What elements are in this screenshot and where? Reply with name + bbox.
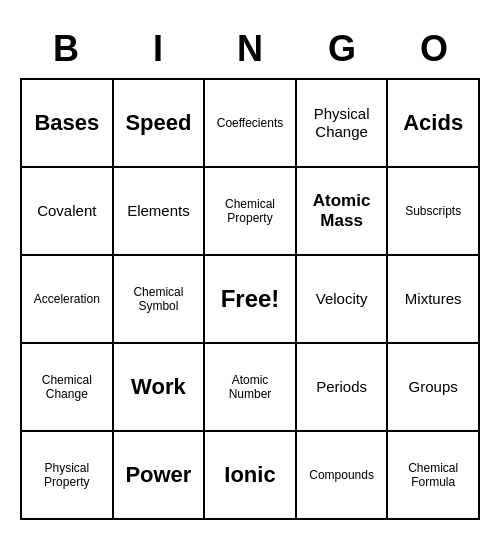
cell-text: Work bbox=[131, 374, 186, 400]
bingo-cell-23: Compounds bbox=[297, 432, 389, 520]
bingo-cell-3: Physical Change bbox=[297, 80, 389, 168]
cell-text: Covalent bbox=[37, 202, 96, 220]
bingo-cell-8: Atomic Mass bbox=[297, 168, 389, 256]
cell-text: Chemical Symbol bbox=[118, 285, 200, 314]
bingo-header: BINGO bbox=[20, 24, 480, 74]
cell-text: Bases bbox=[34, 110, 99, 136]
cell-text: Chemical Property bbox=[209, 197, 291, 226]
bingo-cell-15: Chemical Change bbox=[22, 344, 114, 432]
cell-text: Ionic bbox=[224, 462, 275, 488]
cell-text: Subscripts bbox=[405, 204, 461, 218]
bingo-cell-4: Acids bbox=[388, 80, 480, 168]
cell-text: Speed bbox=[125, 110, 191, 136]
cell-text: Power bbox=[125, 462, 191, 488]
bingo-letter: O bbox=[388, 24, 480, 74]
bingo-cell-24: Chemical Formula bbox=[388, 432, 480, 520]
bingo-cell-5: Covalent bbox=[22, 168, 114, 256]
cell-text: Physical Property bbox=[26, 461, 108, 490]
cell-text: Periods bbox=[316, 378, 367, 396]
bingo-cell-1: Speed bbox=[114, 80, 206, 168]
cell-text: Physical Change bbox=[301, 105, 383, 141]
cell-text: Groups bbox=[409, 378, 458, 396]
cell-text: Chemical Change bbox=[26, 373, 108, 402]
bingo-letter: G bbox=[296, 24, 388, 74]
bingo-cell-7: Chemical Property bbox=[205, 168, 297, 256]
bingo-cell-10: Acceleration bbox=[22, 256, 114, 344]
bingo-card: BINGO BasesSpeedCoeffecientsPhysical Cha… bbox=[10, 14, 490, 530]
bingo-cell-14: Mixtures bbox=[388, 256, 480, 344]
bingo-cell-18: Periods bbox=[297, 344, 389, 432]
cell-text: Coeffecients bbox=[217, 116, 284, 130]
bingo-cell-16: Work bbox=[114, 344, 206, 432]
cell-text: Compounds bbox=[309, 468, 374, 482]
bingo-cell-21: Power bbox=[114, 432, 206, 520]
cell-text: Atomic Number bbox=[209, 373, 291, 402]
bingo-cell-9: Subscripts bbox=[388, 168, 480, 256]
bingo-letter: B bbox=[20, 24, 112, 74]
bingo-grid: BasesSpeedCoeffecientsPhysical ChangeAci… bbox=[20, 78, 480, 520]
bingo-cell-2: Coeffecients bbox=[205, 80, 297, 168]
cell-text: Velocity bbox=[316, 290, 368, 308]
cell-text: Atomic Mass bbox=[301, 191, 383, 232]
bingo-cell-17: Atomic Number bbox=[205, 344, 297, 432]
bingo-cell-20: Physical Property bbox=[22, 432, 114, 520]
cell-text: Free! bbox=[221, 285, 280, 314]
cell-text: Mixtures bbox=[405, 290, 462, 308]
bingo-letter: N bbox=[204, 24, 296, 74]
bingo-cell-13: Velocity bbox=[297, 256, 389, 344]
cell-text: Acceleration bbox=[34, 292, 100, 306]
bingo-cell-22: Ionic bbox=[205, 432, 297, 520]
cell-text: Elements bbox=[127, 202, 190, 220]
cell-text: Chemical Formula bbox=[392, 461, 474, 490]
bingo-cell-11: Chemical Symbol bbox=[114, 256, 206, 344]
bingo-cell-19: Groups bbox=[388, 344, 480, 432]
bingo-cell-6: Elements bbox=[114, 168, 206, 256]
cell-text: Acids bbox=[403, 110, 463, 136]
bingo-cell-0: Bases bbox=[22, 80, 114, 168]
bingo-letter: I bbox=[112, 24, 204, 74]
bingo-cell-12: Free! bbox=[205, 256, 297, 344]
